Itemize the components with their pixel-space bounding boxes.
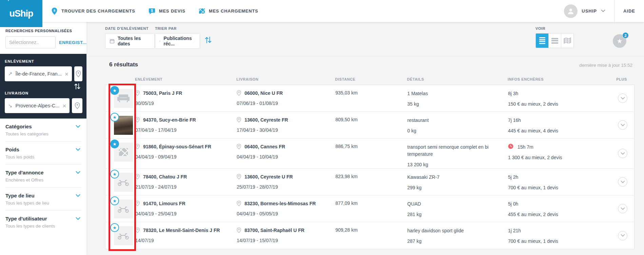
thumbnail[interactable]: ★: [114, 173, 133, 192]
shipment-weight: 299 kg: [407, 184, 498, 191]
star-icon: ★: [113, 88, 117, 93]
delivery-location-input[interactable]: ↘ Provence-Alpes-C... ×: [5, 98, 70, 113]
location-pin-icon: [135, 144, 140, 149]
table-row[interactable]: ★ 78400, Chatou J FR 21/07/1: [105, 169, 634, 195]
expand-row-button[interactable]: [618, 177, 627, 187]
last-update: dernière mise à jour 15:52: [579, 63, 632, 68]
filter-title: Catégories: [5, 124, 81, 129]
view-rows-button[interactable]: [548, 34, 561, 48]
user-menu[interactable]: USHIP: [564, 4, 605, 18]
map-view-icon: [563, 37, 571, 44]
motorcycle-icon: [117, 205, 130, 213]
watch-star-badge[interactable]: ★: [110, 86, 119, 95]
calendar-icon: [110, 38, 115, 44]
pickup-location: 91860, Épinay-sous-Sénart FR: [143, 144, 211, 150]
watch-star-badge[interactable]: ★: [110, 196, 119, 205]
watch-star-badge[interactable]: ★: [110, 170, 119, 178]
expand-row-button[interactable]: [618, 149, 627, 158]
top-navbar: uShip ➚ $ TROUVER DES CHARGEMENTS $ MES …: [0, 0, 644, 22]
pin-plus-icon: [74, 102, 81, 109]
swap-arrows-icon: [74, 82, 81, 90]
delivery-dates: 14/07/19 - 15/07/19: [237, 238, 335, 243]
shipment-description: QUAD: [407, 200, 498, 208]
uship-logo-text: uShip: [9, 8, 33, 19]
arrow-down-right-icon: ↘: [8, 103, 13, 109]
svg-text:$: $: [54, 8, 56, 12]
filter-value: Tous les types de lieu: [5, 200, 81, 206]
distance-value: 909,28 km: [335, 227, 357, 233]
clear-delivery-button[interactable]: ×: [62, 103, 66, 109]
swap-locations-button[interactable]: [74, 82, 81, 90]
table-row[interactable]: ★ 94370, Sucy-en-Brie FR 07/04/19 - 17/0…: [105, 112, 634, 139]
watch-star-badge[interactable]: ★: [110, 140, 119, 148]
watch-star-badge[interactable]: ★: [110, 223, 119, 232]
sort-value: Publications réc...: [163, 36, 192, 46]
results-meta: 6 résultats dernière mise à jour 15:52: [86, 57, 644, 72]
filter-type-utilisateur[interactable]: Type d'utilisateur Tous les types de cli…: [5, 211, 81, 233]
distance-value: 935,03 km: [335, 90, 357, 95]
pin-dollar-icon: $: [51, 7, 58, 15]
filter-categories[interactable]: Catégories Toutes les catégories: [5, 119, 81, 142]
filter-type-annonce[interactable]: Type d'annonce Enchères et Offres: [5, 165, 81, 188]
crate-icon: [198, 7, 206, 15]
delivery-label: LIVRAISON: [5, 91, 82, 95]
nav-label: MES CHARGEMENTS: [209, 8, 258, 14]
delivery-location: 06400, Cannes FR: [245, 144, 285, 150]
chevron-down-icon: [76, 194, 80, 197]
sort-direction-button[interactable]: [204, 36, 212, 46]
watched-shipments-button[interactable]: ★ 2: [613, 34, 626, 48]
expand-row-button[interactable]: [618, 204, 627, 213]
filter-title: Type d'utilisateur: [5, 216, 81, 221]
pickup-map-pin-button[interactable]: [74, 66, 82, 81]
shipment-description: 1 Matelas: [407, 90, 498, 97]
table-row[interactable]: ★ 78320, Le Mesnil-Saint-Denis J FR: [105, 222, 634, 249]
header-more: PLUS: [614, 77, 635, 81]
thumbnail[interactable]: ★: [114, 89, 133, 108]
nav-item-mes-devis[interactable]: $ MES DEVIS: [148, 7, 186, 15]
watch-star-badge[interactable]: ★: [110, 113, 119, 122]
thumbnail[interactable]: ★: [114, 116, 133, 135]
bubble-dollar-icon: $: [148, 7, 156, 15]
saved-search-select[interactable]: [5, 36, 56, 48]
location-pin-icon: [237, 144, 241, 149]
shipment-description: harley davidson sport glide: [407, 227, 498, 234]
thumbnail[interactable]: ★: [114, 199, 133, 218]
crate-icon: [118, 147, 129, 157]
time-left: 1j 21h: [508, 227, 521, 234]
expand-row-button[interactable]: [618, 231, 627, 240]
nav-item-mes-chargements[interactable]: MES CHARGEMENTS: [198, 7, 258, 15]
filter-poids[interactable]: Poids Tous les poids: [5, 142, 81, 165]
shipment-description: restaurant: [407, 117, 498, 124]
sort-select[interactable]: Publications réc...: [155, 33, 200, 49]
pickup-dates: 07/04/19 - 17/04/19: [135, 127, 237, 133]
expand-row-button[interactable]: [618, 93, 627, 103]
view-map-button[interactable]: [561, 34, 573, 48]
save-search-button[interactable]: ENREGIST...: [59, 40, 86, 45]
view-list-button[interactable]: [536, 34, 548, 48]
results-main: DATE D'ENLÈVEMENT Toutes les dates TRIER…: [86, 22, 644, 255]
star-icon: ★: [113, 172, 117, 176]
pickup-location-value: Île-de-France, Fran...: [16, 71, 62, 77]
thumbnail[interactable]: ★: [114, 226, 133, 245]
filter-value: Enchères et Offres: [5, 177, 81, 183]
nav-item-trouver-des-chargements[interactable]: $ TROUVER DES CHARGEMENTS: [51, 7, 135, 15]
header-delivery: LIVRAISON: [236, 77, 335, 81]
uship-logo[interactable]: uShip ➚: [0, 0, 42, 27]
help-button[interactable]: AIDE: [614, 0, 644, 22]
thumbnail[interactable]: ★: [114, 143, 133, 162]
delivery-map-pin-button[interactable]: [72, 98, 82, 113]
table-row[interactable]: ★ 91470, Limours FR 04/04/19: [105, 195, 634, 222]
delivery-dates: 25/07/19 - 28/07/19: [237, 184, 335, 190]
expand-row-button[interactable]: [618, 120, 627, 130]
location-pin-icon: [135, 227, 140, 233]
table-row[interactable]: ★ 75003, Paris J FR: [105, 85, 634, 112]
table-row[interactable]: ★ 91860, Épinay-sous-Sénart FR 04/04/19: [105, 139, 634, 169]
filter-value: Toutes les catégories: [5, 131, 81, 136]
pickup-location-input[interactable]: ↗ Île-de-France, Fran... ×: [5, 66, 72, 81]
filter-type-lieu[interactable]: Type de lieu Tous les types de lieu: [5, 188, 81, 211]
filter-title: Type de lieu: [5, 193, 81, 198]
clear-pickup-button[interactable]: ×: [65, 71, 69, 77]
star-icon: ★: [113, 199, 117, 203]
svg-text:$: $: [151, 8, 153, 12]
date-filter-select[interactable]: Toutes les dates: [105, 33, 155, 49]
